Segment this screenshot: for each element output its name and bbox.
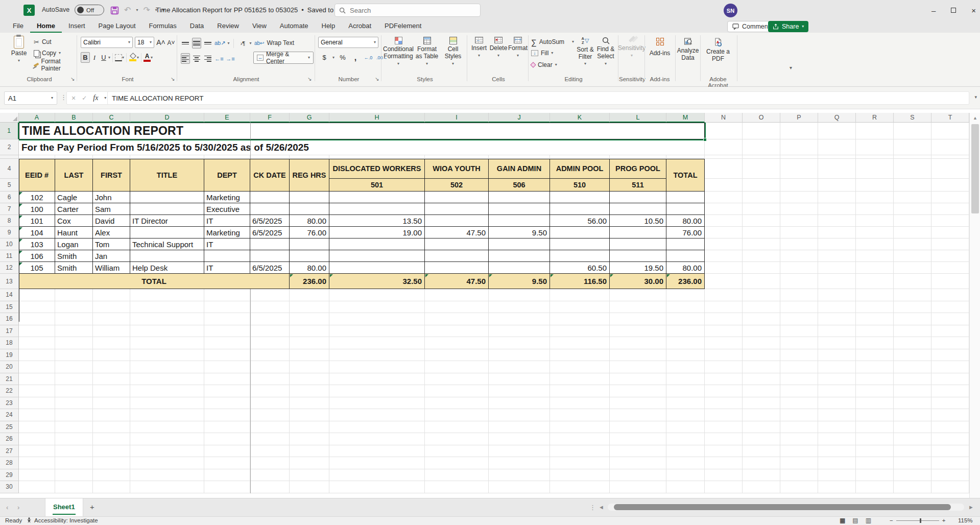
cell-S10[interactable] xyxy=(894,238,931,250)
cell-styles-button[interactable]: Cell Styles ▾ xyxy=(441,37,465,66)
row-header-14[interactable]: 14 xyxy=(0,289,19,301)
autosum-button[interactable]: ∑ AutoSum ▾ xyxy=(531,37,574,47)
cell-F30[interactable] xyxy=(250,481,290,493)
cell-D30[interactable] xyxy=(130,481,204,493)
cell-M19[interactable] xyxy=(666,349,705,362)
data-cell-A10[interactable]: 103 xyxy=(19,238,55,250)
data-cell-G10[interactable] xyxy=(290,238,329,250)
cell-N18[interactable] xyxy=(705,337,743,349)
data-cell-C9[interactable]: Alex xyxy=(93,227,130,238)
data-cell-A6[interactable]: 102 xyxy=(19,192,55,203)
cell-Q17[interactable] xyxy=(818,325,856,338)
data-cell-K12[interactable]: 60.50 xyxy=(550,262,610,274)
cell-N4[interactable] xyxy=(705,159,743,179)
cell-P22[interactable] xyxy=(780,385,818,397)
cell-C25[interactable] xyxy=(93,421,130,434)
cell-H24[interactable] xyxy=(329,409,425,421)
cell-C20[interactable] xyxy=(93,361,130,373)
decrease-font-icon[interactable]: A˅ xyxy=(166,37,176,48)
cell-S21[interactable] xyxy=(894,373,931,386)
normal-view-icon[interactable]: ▦ xyxy=(840,517,845,524)
data-cell-H7[interactable] xyxy=(329,203,425,215)
cell-J22[interactable] xyxy=(489,385,550,397)
data-cell-D12[interactable]: Help Desk xyxy=(130,262,204,274)
data-cell-K8[interactable]: 56.00 xyxy=(550,215,610,227)
cell-F20[interactable] xyxy=(250,361,290,373)
scroll-up-icon[interactable]: ▲ xyxy=(970,113,980,123)
cell-T12[interactable] xyxy=(931,262,969,274)
cell-P5[interactable] xyxy=(780,179,818,192)
cell-T15[interactable] xyxy=(931,301,969,314)
cell-K19[interactable] xyxy=(550,349,610,362)
cell-L27[interactable] xyxy=(610,445,666,458)
cell-P12[interactable] xyxy=(780,262,818,274)
cell-L16[interactable] xyxy=(610,313,666,325)
cell-F29[interactable] xyxy=(250,469,290,482)
row-header-26[interactable]: 26 xyxy=(0,433,19,445)
bold-button[interactable]: B xyxy=(81,52,90,63)
cell-R11[interactable] xyxy=(856,250,894,262)
data-cell-M8[interactable]: 80.00 xyxy=(666,215,705,227)
cell-T10[interactable] xyxy=(931,238,969,250)
cell-H28[interactable] xyxy=(329,457,425,469)
cell-R10[interactable] xyxy=(856,238,894,250)
data-cell-C12[interactable]: William xyxy=(93,262,130,274)
cell-R15[interactable] xyxy=(856,301,894,314)
cell-C18[interactable] xyxy=(93,337,130,349)
cell-A18[interactable] xyxy=(19,337,55,349)
cell-R8[interactable] xyxy=(856,215,894,227)
data-cell-M11[interactable] xyxy=(666,250,705,262)
cell-N13[interactable] xyxy=(705,274,743,289)
cell-M24[interactable] xyxy=(666,409,705,421)
cell-G30[interactable] xyxy=(290,481,329,493)
cell-T24[interactable] xyxy=(931,409,969,421)
cell-F19[interactable] xyxy=(250,349,290,362)
fill-color-icon[interactable] xyxy=(129,54,137,61)
cell-T25[interactable] xyxy=(931,421,969,434)
cell-P7[interactable] xyxy=(780,203,818,215)
data-cell-B10[interactable]: Logan xyxy=(55,238,93,250)
data-cell-L9[interactable] xyxy=(610,227,666,238)
cell-O30[interactable] xyxy=(743,481,780,493)
cell-B20[interactable] xyxy=(55,361,93,373)
cell-Q1[interactable] xyxy=(818,123,856,139)
ribbon-tab-acrobat[interactable]: Acrobat xyxy=(342,20,378,33)
cell-B27[interactable] xyxy=(55,445,93,458)
cell-O25[interactable] xyxy=(743,421,780,434)
cell-D17[interactable] xyxy=(130,325,204,338)
cell-N19[interactable] xyxy=(705,349,743,362)
cell-P9[interactable] xyxy=(780,227,818,238)
row-header-17[interactable]: 17 xyxy=(0,325,19,338)
cell-P28[interactable] xyxy=(780,457,818,469)
cell-R30[interactable] xyxy=(856,481,894,493)
ribbon-tab-automate[interactable]: Automate xyxy=(273,20,315,33)
data-cell-K10[interactable] xyxy=(550,238,610,250)
data-cell-I8[interactable] xyxy=(425,215,489,227)
cell-R22[interactable] xyxy=(856,385,894,397)
cell-O17[interactable] xyxy=(743,325,780,338)
cell-H3[interactable] xyxy=(329,155,425,159)
analyze-data-button[interactable]: Analyze Data xyxy=(676,38,700,62)
cell-B16[interactable] xyxy=(55,313,93,325)
cell-S29[interactable] xyxy=(894,469,931,482)
cell-F24[interactable] xyxy=(250,409,290,421)
delete-dropdown-icon[interactable]: ▾ xyxy=(497,54,499,58)
cell-C30[interactable] xyxy=(93,481,130,493)
cell-N27[interactable] xyxy=(705,445,743,458)
cell-R7[interactable] xyxy=(856,203,894,215)
cell-O10[interactable] xyxy=(743,238,780,250)
cell-Q24[interactable] xyxy=(818,409,856,421)
data-cell-L11[interactable] xyxy=(610,250,666,262)
cell-M29[interactable] xyxy=(666,469,705,482)
cell-T17[interactable] xyxy=(931,325,969,338)
cell-T23[interactable] xyxy=(931,397,969,410)
cell-Q21[interactable] xyxy=(818,373,856,386)
cell-A16[interactable] xyxy=(19,313,55,325)
cell-D29[interactable] xyxy=(130,469,204,482)
col-header-H[interactable]: H xyxy=(329,113,425,123)
cell-R12[interactable] xyxy=(856,262,894,274)
col-header-F[interactable]: F xyxy=(250,113,290,123)
cell-Q12[interactable] xyxy=(818,262,856,274)
cell-L20[interactable] xyxy=(610,361,666,373)
cell-N29[interactable] xyxy=(705,469,743,482)
